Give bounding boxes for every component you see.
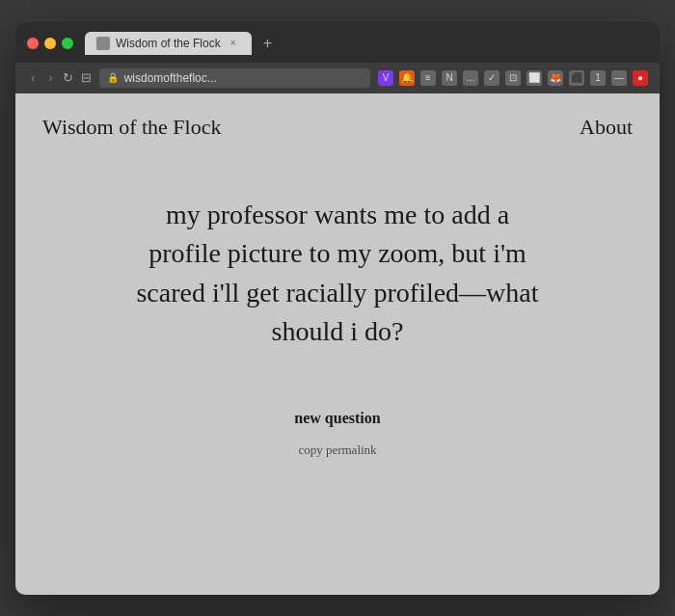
page-content: Wisdom of the Flock About my professor w… bbox=[15, 94, 660, 595]
site-header: Wisdom of the Flock About bbox=[15, 94, 660, 157]
browser-chrome: Wisdom of the Flock × + ‹ › ↻ ⊟ 🔒 wisdom… bbox=[15, 22, 660, 94]
extension-icon-8[interactable]: ⬜ bbox=[526, 70, 542, 86]
main-content: my professor wants me to add a profile p… bbox=[15, 157, 660, 496]
back-button[interactable]: ‹ bbox=[27, 68, 39, 87]
browser-window: Wisdom of the Flock × + ‹ › ↻ ⊟ 🔒 wisdom… bbox=[15, 22, 660, 595]
url-text: wisdomofthefloc... bbox=[124, 71, 217, 85]
maximize-button[interactable] bbox=[62, 38, 73, 49]
extension-icon-5[interactable]: … bbox=[463, 70, 478, 86]
url-field[interactable]: 🔒 wisdomofthefloc... bbox=[99, 68, 370, 88]
new-tab-button[interactable]: + bbox=[256, 33, 280, 54]
extension-icon-4[interactable]: N bbox=[442, 70, 457, 86]
active-tab[interactable]: Wisdom of the Flock × bbox=[85, 32, 252, 55]
tab-bar: Wisdom of the Flock × + bbox=[85, 32, 648, 55]
extension-icon-13[interactable]: ● bbox=[633, 70, 648, 86]
bookmark-button[interactable]: ⊟ bbox=[81, 70, 92, 85]
copy-permalink-button[interactable]: copy permalink bbox=[298, 442, 376, 458]
extension-icon-6[interactable]: ✓ bbox=[484, 70, 500, 86]
extension-icon-1[interactable]: V bbox=[378, 70, 393, 86]
extensions-area: V 🔔 ≡ N … ✓ ⊡ ⬜ 🦊 ⬛ 1 — ● bbox=[378, 70, 648, 86]
extension-icon-12[interactable]: — bbox=[611, 70, 627, 86]
extension-icon-2[interactable]: 🔔 bbox=[399, 70, 415, 86]
question-text: my professor wants me to add a profile p… bbox=[135, 196, 540, 352]
tab-favicon bbox=[96, 37, 110, 50]
extension-icon-7[interactable]: ⊡ bbox=[505, 70, 521, 86]
extension-icon-9[interactable]: 🦊 bbox=[548, 70, 563, 86]
extension-icon-10[interactable]: ⬛ bbox=[569, 70, 584, 86]
tab-title-text: Wisdom of the Flock bbox=[116, 37, 221, 50]
new-question-button[interactable]: new question bbox=[294, 410, 380, 427]
title-bar: Wisdom of the Flock × + bbox=[15, 22, 660, 63]
about-link[interactable]: About bbox=[580, 115, 633, 140]
refresh-button[interactable]: ↻ bbox=[63, 70, 73, 85]
site-title: Wisdom of the Flock bbox=[42, 115, 222, 140]
forward-button[interactable]: › bbox=[44, 68, 56, 87]
extension-icon-3[interactable]: ≡ bbox=[420, 70, 436, 86]
extension-icon-11[interactable]: 1 bbox=[590, 70, 606, 86]
minimize-button[interactable] bbox=[44, 38, 56, 49]
nav-buttons: ‹ › ↻ bbox=[27, 68, 73, 87]
address-bar: ‹ › ↻ ⊟ 🔒 wisdomofthefloc... V 🔔 ≡ N … ✓… bbox=[15, 63, 660, 94]
tab-close-button[interactable]: × bbox=[227, 37, 240, 50]
close-button[interactable] bbox=[27, 38, 39, 49]
lock-icon: 🔒 bbox=[107, 72, 119, 83]
traffic-lights bbox=[27, 38, 73, 49]
